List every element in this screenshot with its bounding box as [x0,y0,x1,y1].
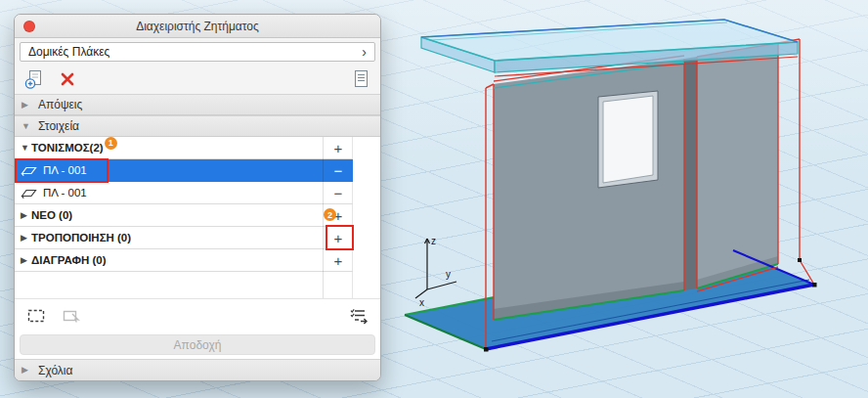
panel-title: Διαχειριστής Ζητήματος [136,20,259,33]
tree-group-new[interactable]: ΝΕΟ (0) 2 + [15,204,353,227]
annotation-badge-1: 1 [105,137,117,150]
tree-group-highlight[interactable]: ΤΟΝΙΣΜΟΣ(2) 1 + [15,137,353,159]
pick-arrow-icon [62,307,81,325]
disclosure-triangle-icon[interactable] [22,366,32,375]
window[interactable] [598,91,658,188]
remove-item-button[interactable]: − [324,182,353,203]
issue-manager-panel: Διαχειριστής Ζητήματος Δομικές Πλάκες [14,14,381,381]
disclosure-triangle-icon[interactable] [21,144,31,153]
tree-group-delete[interactable]: ΔΙΑΓΡΑΦΗ (0) + [15,249,353,272]
axis-label-z: z [431,236,436,246]
checklist-arrow-icon [348,307,369,325]
annotation-badge-2: 2 [324,208,336,221]
issue-list-options-button[interactable] [347,304,370,328]
delete-issue-button[interactable] [56,67,79,91]
app-screen: z y x Διαχειριστής Ζητήματος Δομικές Πλά… [0,0,868,398]
elements-tree: ΤΟΝΙΣΜΟΣ(2) 1 + ΠΛ - 001 − [15,137,380,298]
tree-item-slab[interactable]: ΠΛ - 001 − [15,182,353,204]
disclosure-triangle-icon[interactable] [21,211,31,220]
add-to-group-button[interactable]: + [324,249,353,271]
disclosure-triangle-icon[interactable] [22,101,32,110]
disclosure-triangle-icon[interactable] [21,256,31,265]
chevron-right-icon [362,45,367,59]
section-elements[interactable]: Στοιχεία [15,115,380,137]
accept-button[interactable]: Αποδοχή [20,334,375,355]
item-label: ΠΛ - 001 [43,187,87,199]
panel-titlebar[interactable]: Διαχειριστής Ζητήματος [15,15,380,38]
tree-item-slab-selected[interactable]: ΠΛ - 001 − [15,159,353,182]
annotation-box-1 [15,158,108,183]
section-elements-label: Στοιχεία [38,119,79,133]
document-plus-icon [24,69,44,89]
group-label: ΔΙΑΓΡΑΦΗ (0) [31,254,107,266]
selection-toolbar [15,298,380,332]
close-button[interactable] [23,21,35,32]
marquee-select-button[interactable] [24,304,48,328]
axis-label-x: x [419,297,424,308]
group-label: ΤΡΟΠΟΠΟΙΗΣΗ (0) [31,232,131,243]
axis-label-y: y [446,269,451,280]
issue-toolbar [15,65,380,94]
filter-value: Δομικές Πλάκες [28,45,109,59]
document-lines-icon [352,69,369,89]
pick-element-button[interactable] [60,304,83,328]
section-views[interactable]: Απόψεις [15,94,380,115]
partition-pilaster[interactable] [684,57,697,290]
section-comments-label: Σχόλια [38,364,72,377]
accept-row: Αποδοχή [15,332,380,359]
add-to-group-button[interactable]: + [324,137,353,158]
filter-dropdown[interactable]: Δομικές Πλάκες [20,42,375,62]
tree-group-modify[interactable]: ΤΡΟΠΟΠΟΙΗΣΗ (0) + [15,227,353,249]
annotation-box-2 [326,225,354,250]
disclosure-triangle-icon[interactable] [21,234,31,243]
remove-item-button[interactable]: − [324,159,353,181]
issue-details-button[interactable] [349,67,372,91]
marquee-icon [26,307,46,325]
group-label: ΝΕΟ (0) [31,209,72,221]
section-comments[interactable]: Σχόλια [15,359,380,380]
slab-icon [21,186,38,199]
new-issue-button[interactable] [22,67,46,91]
group-label: ΤΟΝΙΣΜΟΣ(2) [31,142,104,154]
filter-row: Δομικές Πλάκες [15,38,380,65]
disclosure-triangle-icon[interactable] [22,122,32,131]
red-x-icon [60,71,75,87]
section-views-label: Απόψεις [38,98,82,111]
